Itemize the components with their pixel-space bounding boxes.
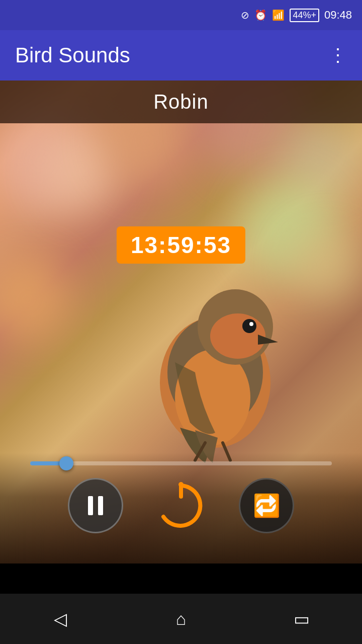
svg-point-4 bbox=[210, 313, 265, 359]
bokeh-8 bbox=[0, 257, 70, 342]
status-bar: ⊘ ⏰ 📶 44%+ 09:48 bbox=[0, 0, 362, 30]
status-time: 09:48 bbox=[324, 9, 352, 22]
progress-track[interactable] bbox=[30, 461, 332, 465]
recents-icon: ▭ bbox=[294, 609, 310, 629]
repeat-button[interactable]: 🔁 bbox=[239, 478, 294, 533]
controls-area: 🔁 bbox=[0, 478, 362, 533]
bokeh-7 bbox=[292, 231, 362, 302]
pause-button[interactable] bbox=[68, 478, 123, 533]
pause-bar-left bbox=[88, 496, 93, 515]
app-bar: Bird Sounds ⋮ bbox=[0, 30, 362, 80]
app-title: Bird Sounds bbox=[15, 43, 130, 67]
status-icons: ⊘ ⏰ 📶 44%+ 09:48 bbox=[241, 9, 352, 22]
bird-name-label: Robin bbox=[0, 80, 362, 123]
alarm-icon: ⏰ bbox=[254, 9, 267, 21]
pause-icon bbox=[88, 496, 103, 515]
navigation-bar: ◁ ⌂ ▭ bbox=[0, 594, 362, 644]
repeat-icon: 🔁 bbox=[253, 493, 281, 519]
overflow-menu-button[interactable]: ⋮ bbox=[329, 45, 347, 66]
do-not-disturb-icon: ⊘ bbox=[241, 9, 249, 21]
pause-bar-right bbox=[98, 496, 103, 515]
svg-point-6 bbox=[249, 322, 253, 326]
battery-icon: 44%+ bbox=[290, 9, 319, 22]
timer-button[interactable] bbox=[153, 478, 209, 533]
progress-thumb[interactable] bbox=[59, 456, 73, 470]
svg-point-10 bbox=[178, 482, 184, 487]
progress-bar-container[interactable] bbox=[0, 461, 362, 465]
svg-point-5 bbox=[242, 319, 256, 333]
signal-icon: 📶 bbox=[272, 9, 285, 21]
bird-image bbox=[130, 252, 301, 463]
recents-button[interactable]: ▭ bbox=[282, 604, 322, 634]
power-timer-icon bbox=[156, 480, 206, 531]
back-icon: ◁ bbox=[54, 609, 67, 629]
home-button[interactable]: ⌂ bbox=[161, 604, 201, 634]
player-area: Robin 13:59:53 bbox=[0, 80, 362, 564]
back-button[interactable]: ◁ bbox=[40, 604, 80, 634]
home-icon: ⌂ bbox=[176, 609, 187, 629]
